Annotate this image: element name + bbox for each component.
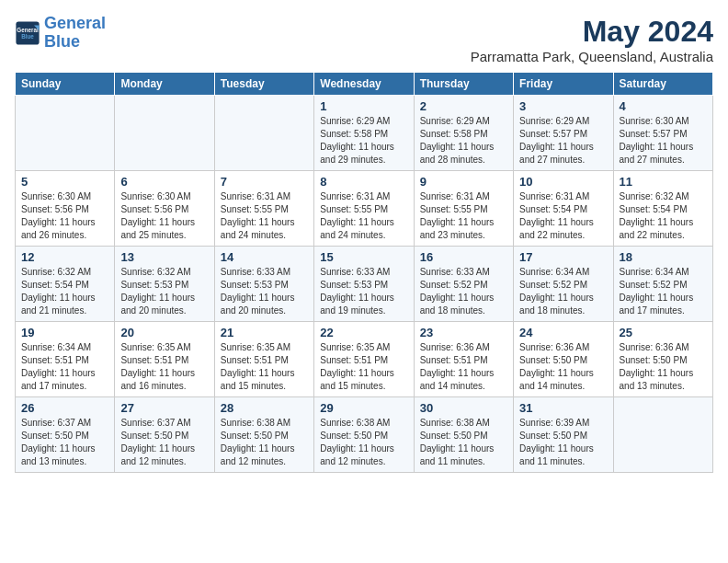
header-friday: Friday [514,73,613,96]
day-number: 14 [221,250,308,264]
title-block: May 2024 Parramatta Park, Queensland, Au… [471,15,713,64]
day-info: Sunrise: 6:34 AMSunset: 5:52 PMDaylight:… [620,266,707,317]
logo: General Blue GeneralBlue [15,15,106,52]
header-wednesday: Wednesday [314,73,414,96]
calendar-day-11: 11Sunrise: 6:32 AMSunset: 5:54 PMDayligh… [613,171,712,247]
day-info: Sunrise: 6:32 AMSunset: 5:53 PMDaylight:… [120,266,208,317]
header-monday: Monday [115,73,214,96]
calendar-day-23: 23Sunrise: 6:36 AMSunset: 5:51 PMDayligh… [414,322,513,397]
day-info: Sunrise: 6:38 AMSunset: 5:50 PMDaylight:… [320,417,407,468]
calendar-day-7: 7Sunrise: 6:31 AMSunset: 5:55 PMDaylight… [214,171,313,247]
day-info: Sunrise: 6:37 AMSunset: 5:50 PMDaylight:… [120,417,208,468]
svg-text:General: General [17,26,39,32]
calendar-week-row: 19Sunrise: 6:34 AMSunset: 5:51 PMDayligh… [16,322,713,397]
day-info: Sunrise: 6:34 AMSunset: 5:51 PMDaylight:… [21,341,108,393]
day-info: Sunrise: 6:38 AMSunset: 5:50 PMDaylight:… [420,417,507,468]
day-number: 25 [620,326,707,339]
day-number: 28 [221,401,308,415]
calendar-day-13: 13Sunrise: 6:32 AMSunset: 5:53 PMDayligh… [115,247,214,322]
calendar-day-14: 14Sunrise: 6:33 AMSunset: 5:53 PMDayligh… [214,247,313,322]
calendar-week-row: 5Sunrise: 6:30 AMSunset: 5:56 PMDaylight… [16,171,713,247]
page-header: General Blue GeneralBlue May 2024 Parram… [15,15,713,64]
day-number: 29 [320,401,407,415]
day-info: Sunrise: 6:29 AMSunset: 5:57 PMDaylight:… [519,115,607,167]
day-info: Sunrise: 6:36 AMSunset: 5:51 PMDaylight:… [420,341,507,393]
day-number: 17 [519,250,607,264]
calendar-day-28: 28Sunrise: 6:38 AMSunset: 5:50 PMDayligh… [214,397,313,473]
day-number: 12 [21,250,108,264]
calendar-day-6: 6Sunrise: 6:30 AMSunset: 5:56 PMDaylight… [115,171,214,247]
day-number: 1 [320,99,407,113]
calendar-day-25: 25Sunrise: 6:36 AMSunset: 5:50 PMDayligh… [613,322,712,397]
calendar-day-3: 3Sunrise: 6:29 AMSunset: 5:57 PMDaylight… [514,96,613,171]
day-number: 22 [320,326,407,339]
day-number: 19 [21,326,108,339]
day-info: Sunrise: 6:30 AMSunset: 5:56 PMDaylight:… [120,190,208,242]
calendar-day-5: 5Sunrise: 6:30 AMSunset: 5:56 PMDaylight… [16,171,115,247]
day-info: Sunrise: 6:33 AMSunset: 5:52 PMDaylight:… [420,266,507,317]
calendar-day-1: 1Sunrise: 6:29 AMSunset: 5:58 PMDaylight… [314,96,414,171]
calendar-day-31: 31Sunrise: 6:39 AMSunset: 5:50 PMDayligh… [514,397,613,473]
calendar-day-29: 29Sunrise: 6:38 AMSunset: 5:50 PMDayligh… [314,397,414,473]
day-info: Sunrise: 6:31 AMSunset: 5:55 PMDaylight:… [320,190,407,242]
calendar-day-empty [115,96,214,171]
day-number: 15 [320,250,407,264]
day-info: Sunrise: 6:39 AMSunset: 5:50 PMDaylight:… [519,417,607,468]
day-number: 31 [519,401,607,415]
calendar-day-9: 9Sunrise: 6:31 AMSunset: 5:55 PMDaylight… [414,171,513,247]
day-info: Sunrise: 6:35 AMSunset: 5:51 PMDaylight:… [320,341,407,393]
calendar-day-empty [613,397,712,473]
day-number: 26 [21,401,108,415]
calendar-day-8: 8Sunrise: 6:31 AMSunset: 5:55 PMDaylight… [314,171,414,247]
day-info: Sunrise: 6:29 AMSunset: 5:58 PMDaylight:… [320,115,407,167]
calendar-week-row: 12Sunrise: 6:32 AMSunset: 5:54 PMDayligh… [16,247,713,322]
calendar-day-24: 24Sunrise: 6:36 AMSunset: 5:50 PMDayligh… [514,322,613,397]
page-title: May 2024 [471,15,713,49]
day-number: 24 [519,326,607,339]
day-number: 7 [221,175,308,189]
day-number: 18 [620,250,707,264]
day-info: Sunrise: 6:36 AMSunset: 5:50 PMDaylight:… [519,341,607,393]
calendar-day-2: 2Sunrise: 6:29 AMSunset: 5:58 PMDaylight… [414,96,513,171]
calendar-day-19: 19Sunrise: 6:34 AMSunset: 5:51 PMDayligh… [16,322,115,397]
calendar-day-15: 15Sunrise: 6:33 AMSunset: 5:53 PMDayligh… [314,247,414,322]
calendar-day-17: 17Sunrise: 6:34 AMSunset: 5:52 PMDayligh… [514,247,613,322]
day-info: Sunrise: 6:31 AMSunset: 5:55 PMDaylight:… [221,190,308,242]
day-number: 30 [420,401,507,415]
day-number: 6 [120,175,208,189]
calendar-day-16: 16Sunrise: 6:33 AMSunset: 5:52 PMDayligh… [414,247,513,322]
day-number: 20 [120,326,208,339]
day-info: Sunrise: 6:33 AMSunset: 5:53 PMDaylight:… [221,266,308,317]
day-number: 23 [420,326,507,339]
day-info: Sunrise: 6:32 AMSunset: 5:54 PMDaylight:… [620,190,707,242]
day-info: Sunrise: 6:36 AMSunset: 5:50 PMDaylight:… [620,341,707,393]
calendar-header-row: SundayMondayTuesdayWednesdayThursdayFrid… [16,73,713,96]
day-number: 10 [519,175,607,189]
day-number: 8 [320,175,407,189]
day-info: Sunrise: 6:34 AMSunset: 5:52 PMDaylight:… [519,266,607,317]
calendar-day-26: 26Sunrise: 6:37 AMSunset: 5:50 PMDayligh… [16,397,115,473]
day-number: 4 [620,99,707,113]
day-number: 5 [21,175,108,189]
logo-icon: General Blue [15,20,40,46]
day-number: 2 [420,99,507,113]
day-number: 27 [120,401,208,415]
calendar-day-empty [214,96,313,171]
calendar-day-12: 12Sunrise: 6:32 AMSunset: 5:54 PMDayligh… [16,247,115,322]
calendar-day-21: 21Sunrise: 6:35 AMSunset: 5:51 PMDayligh… [214,322,313,397]
day-info: Sunrise: 6:35 AMSunset: 5:51 PMDaylight:… [120,341,208,393]
calendar-day-22: 22Sunrise: 6:35 AMSunset: 5:51 PMDayligh… [314,322,414,397]
calendar-table: SundayMondayTuesdayWednesdayThursdayFrid… [15,72,713,473]
day-info: Sunrise: 6:38 AMSunset: 5:50 PMDaylight:… [221,417,308,468]
day-info: Sunrise: 6:33 AMSunset: 5:53 PMDaylight:… [320,266,407,317]
calendar-day-20: 20Sunrise: 6:35 AMSunset: 5:51 PMDayligh… [115,322,214,397]
calendar-week-row: 1Sunrise: 6:29 AMSunset: 5:58 PMDaylight… [16,96,713,171]
day-info: Sunrise: 6:30 AMSunset: 5:57 PMDaylight:… [620,115,707,167]
day-number: 11 [620,175,707,189]
day-number: 13 [120,250,208,264]
svg-text:Blue: Blue [21,32,34,39]
header-tuesday: Tuesday [214,73,313,96]
calendar-day-10: 10Sunrise: 6:31 AMSunset: 5:54 PMDayligh… [514,171,613,247]
header-saturday: Saturday [613,73,712,96]
day-info: Sunrise: 6:35 AMSunset: 5:51 PMDaylight:… [221,341,308,393]
